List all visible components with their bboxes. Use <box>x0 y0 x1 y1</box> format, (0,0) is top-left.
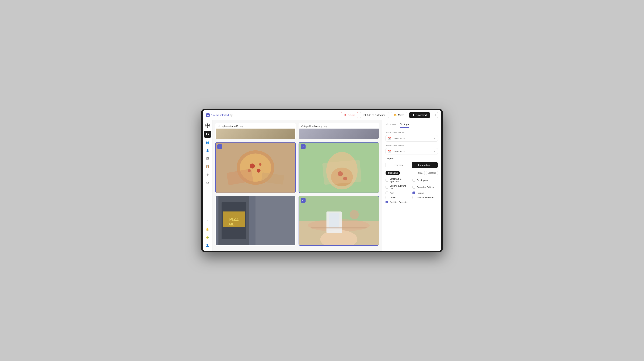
asset-card-top-1[interactable]: pizzapie-eu-truck-10.png <box>215 123 296 139</box>
svg-point-10 <box>259 163 262 166</box>
chevron-down-icon-from[interactable]: ⌄ <box>430 137 432 140</box>
screen: ☰ 3 items selected ? 🗑 Delete 🖼 Add to C… <box>201 109 443 252</box>
checkbox-partner-showcase[interactable] <box>412 196 415 199</box>
checkbox-guideline-editors[interactable] <box>412 186 415 189</box>
right-panel: Metadata Settings Asset available from 📅… <box>382 120 441 251</box>
download-icon: ⬇ <box>412 114 414 116</box>
files-icon <box>206 132 209 136</box>
selection-check-4[interactable]: ✓ <box>301 144 306 149</box>
asset-image-eu-pizzapie: PIZZ AIE <box>216 196 296 245</box>
checkbox-certified-agencies[interactable]: ✓ <box>386 201 388 203</box>
tabs-row: Metadata Settings <box>386 123 438 128</box>
sidebar-item-profile[interactable]: 👤 <box>204 242 211 249</box>
download-button[interactable]: ⬇ Download <box>409 112 430 118</box>
checkbox-item-experts[interactable]: Experts & Brand Ch... <box>386 185 411 190</box>
svg-rect-32 <box>329 213 340 228</box>
checkbox-experts[interactable] <box>386 186 388 189</box>
selection-check-3[interactable]: ✓ <box>217 144 222 149</box>
chevron-down-icon-until[interactable]: ⌄ <box>430 150 432 153</box>
svg-text:AIE: AIE <box>228 222 234 226</box>
help-icon[interactable]: ? <box>230 114 233 116</box>
crown-icon: 👑 <box>206 236 209 239</box>
checkbox-item-europe[interactable]: ✓ Europe <box>412 192 438 194</box>
sidebar-item-groups[interactable]: 👥 <box>204 139 211 146</box>
target-targeted-only[interactable]: Targeted only <box>412 162 438 168</box>
sidebar-item-templates[interactable]: 🗂 <box>204 179 211 186</box>
checkbox-asia[interactable] <box>386 192 388 194</box>
sidebar-item-expand[interactable]: ⤢ <box>204 218 211 225</box>
move-button[interactable]: 📂 Move <box>390 112 408 118</box>
date-until-actions: ⌄ ✕ <box>430 150 436 153</box>
svg-rect-19 <box>322 160 362 185</box>
svg-rect-3 <box>208 134 209 135</box>
selection-check-5[interactable]: ✓ <box>301 198 306 203</box>
checkbox-item-externals[interactable]: Externals & Agencies <box>386 178 411 183</box>
tab-metadata[interactable]: Metadata <box>386 123 396 128</box>
asset-card-editorial-4[interactable]: ✓ <box>298 142 379 193</box>
asset-card-top-2[interactable]: Vintage Disk Mockup.png <box>298 123 379 139</box>
targets-section: Targets Everyone Targeted only 2 Selecte… <box>386 157 438 203</box>
checkbox-externals[interactable] <box>386 179 388 182</box>
target-everyone[interactable]: Everyone <box>386 162 412 168</box>
svg-rect-26 <box>256 196 296 245</box>
asset-name-top-1: pizzapie-eu-truck-10.png <box>216 123 296 129</box>
move-icon: 📂 <box>394 114 397 116</box>
checkbox-public[interactable] <box>386 196 388 199</box>
svg-text:PIZZ: PIZZ <box>229 217 239 222</box>
available-from-field[interactable]: 📅 12 Feb 2025 ⌄ ✕ <box>386 135 438 141</box>
sidebar-item-users[interactable]: 👤 <box>204 147 211 154</box>
asset-card-footer-eu: EU_Pizzapie_Ad_1.png <box>216 245 296 246</box>
clear-date-from-icon[interactable]: ✕ <box>434 137 436 140</box>
svg-rect-34 <box>311 227 366 229</box>
delete-button[interactable]: 🗑 Delete <box>341 112 358 118</box>
svg-point-7 <box>250 164 255 169</box>
image-icon: 🖼 <box>206 157 209 160</box>
main-layout: 👥 👤 🖼 📋 ⚙ 🗂 ⤢ <box>203 120 441 251</box>
checkbox-item-certified-agencies[interactable]: ✓ Certified Agencies <box>386 201 411 203</box>
select-all-button[interactable]: Select all <box>426 171 438 175</box>
grid-view-button[interactable]: ⊞ <box>432 112 438 118</box>
groups-icon: 👥 <box>206 141 209 144</box>
checkbox-item-partner-showcase[interactable]: Partner Showcase <box>412 196 438 199</box>
asset-image-editorial-5 <box>299 196 379 245</box>
asset-card-footer-4: Editorial-4.png 🎯 <box>299 193 379 193</box>
asset-card-footer-3: Editorial-3.png 🎯 <box>216 193 296 193</box>
available-until-field[interactable]: 📅 12 Feb 2026 ⌄ ✕ <box>386 148 438 154</box>
checkbox-item-asia[interactable]: Asia <box>386 192 411 194</box>
app-logo <box>204 122 211 128</box>
asset-card-editorial-5[interactable]: ✓ <box>298 196 379 246</box>
available-until-label: Asset available until <box>386 144 438 147</box>
checkbox-employees[interactable] <box>412 179 415 182</box>
sidebar-item-settings[interactable]: ⚙ <box>204 171 211 178</box>
clear-date-until-icon[interactable]: ✕ <box>434 150 436 153</box>
tab-settings[interactable]: Settings <box>400 123 409 128</box>
asset-card-editorial-3[interactable]: ✓ <box>215 142 296 193</box>
svg-point-8 <box>257 169 260 172</box>
asset-card-eu-pizzapie[interactable]: PIZZ AIE EU_Pizzapie_Ad_1.png <box>215 196 296 246</box>
target-toggle: Everyone Targeted only <box>386 162 438 168</box>
checkbox-item-guideline-editors[interactable]: Guideline Editors <box>412 185 438 190</box>
date-from-actions: ⌄ ✕ <box>430 137 436 140</box>
checkbox-europe[interactable]: ✓ <box>412 192 415 194</box>
sidebar-item-notifications[interactable]: 🔔 <box>204 226 211 233</box>
settings-icon: ⚙ <box>206 173 209 176</box>
checkbox-item-public[interactable]: Public <box>386 196 411 199</box>
checkbox-item-employees[interactable]: Employees <box>412 178 438 183</box>
sidebar-item-list[interactable]: 📋 <box>204 163 211 170</box>
selected-badge: ☰ 3 items selected ? <box>206 113 233 117</box>
templates-icon: 🗂 <box>206 181 209 184</box>
sidebar-item-images[interactable]: 🖼 <box>204 155 211 162</box>
user-icon: 👤 <box>206 149 209 152</box>
asset-name-top-2: Vintage Disk Mockup.png <box>299 123 379 129</box>
asset-image-editorial-3 <box>216 143 296 193</box>
clear-selection-button[interactable]: Clear <box>417 171 425 175</box>
top-bar-actions: 🗑 Delete 🖼 Add to Collection 📂 Move ⬇ Do… <box>341 112 438 118</box>
screen-inner: ☰ 3 items selected ? 🗑 Delete 🖼 Add to C… <box>203 110 441 251</box>
svg-rect-2 <box>206 134 208 135</box>
sidebar-item-files[interactable] <box>204 131 211 138</box>
sidebar-item-premium[interactable]: 👑 <box>204 234 211 241</box>
collection-icon: 🖼 <box>363 114 366 116</box>
count-actions: Clear Select all <box>417 171 438 175</box>
add-to-collection-button[interactable]: 🖼 Add to Collection <box>360 112 389 118</box>
profile-icon: 👤 <box>206 244 209 247</box>
